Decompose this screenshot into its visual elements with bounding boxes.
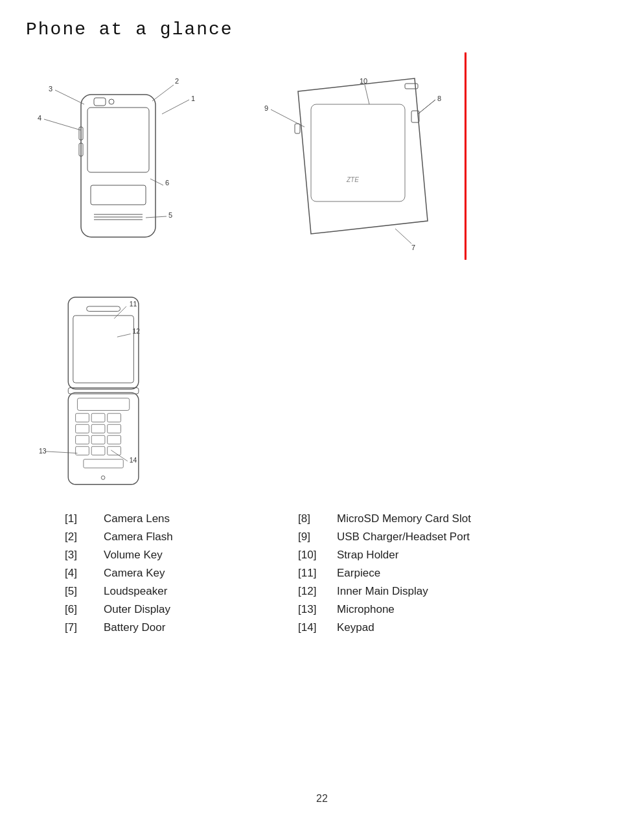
part-number: [13]: [298, 603, 337, 616]
part-number: [9]: [298, 531, 337, 544]
svg-rect-13: [87, 108, 149, 172]
svg-text:5: 5: [168, 211, 172, 219]
part-number: [11]: [298, 567, 337, 580]
svg-text:13: 13: [39, 448, 47, 455]
svg-rect-58: [91, 435, 105, 444]
part-number: [8]: [298, 512, 337, 525]
svg-line-10: [150, 179, 163, 185]
svg-text:3: 3: [49, 85, 52, 93]
svg-line-42: [117, 334, 131, 337]
part-name: Loudspeaker: [104, 585, 167, 598]
svg-rect-49: [68, 393, 139, 485]
svg-text:2: 2: [175, 77, 179, 85]
list-item: [12]Inner Main Display: [298, 585, 492, 598]
svg-rect-53: [108, 413, 121, 422]
part-name: Microphone: [337, 603, 395, 616]
list-item: [13]Microphone: [298, 603, 492, 616]
svg-point-63: [101, 476, 105, 480]
svg-line-7: [152, 85, 174, 101]
svg-rect-45: [68, 297, 139, 389]
parts-right-column: [8]MicroSD Memory Card Slot[9]USB Charge…: [298, 512, 492, 634]
part-number: [14]: [298, 621, 337, 634]
list-item: [8]MicroSD Memory Card Slot: [298, 512, 492, 525]
part-name: USB Charger/Headset Port: [337, 531, 470, 544]
svg-text:8: 8: [437, 95, 441, 102]
svg-rect-51: [76, 413, 89, 422]
diagram-back-view: 9 10 8 7 ZTE: [246, 52, 466, 260]
svg-line-6: [55, 90, 84, 104]
part-number: [6]: [65, 603, 104, 616]
svg-line-35: [395, 229, 411, 244]
part-name: Battery Door: [104, 621, 165, 634]
svg-text:1: 1: [191, 95, 195, 102]
svg-rect-12: [81, 95, 155, 237]
list-item: [11]Earpiece: [298, 567, 492, 580]
list-item: [10]Strap Holder: [298, 549, 492, 562]
svg-rect-60: [76, 446, 89, 455]
svg-text:7: 7: [411, 244, 415, 251]
part-name: Camera Lens: [104, 512, 170, 525]
svg-rect-61: [91, 446, 105, 455]
list-item: [9]USB Charger/Headset Port: [298, 531, 492, 544]
svg-line-43: [45, 452, 77, 453]
part-number: [7]: [65, 621, 104, 634]
svg-rect-50: [77, 398, 129, 411]
svg-rect-62: [108, 446, 121, 455]
list-item: [1]Camera Lens: [65, 512, 259, 525]
svg-rect-54: [76, 424, 89, 433]
svg-text:9: 9: [264, 104, 268, 112]
svg-rect-46: [87, 306, 121, 312]
part-number: [5]: [65, 585, 104, 598]
part-name: MicroSD Memory Card Slot: [337, 512, 471, 525]
list-item: [6]Outer Display: [65, 603, 259, 616]
part-name: Keypad: [337, 621, 374, 634]
list-item: [5]Loudspeaker: [65, 585, 259, 598]
part-number: [1]: [65, 512, 104, 525]
red-border-line: [465, 52, 466, 260]
list-item: [7]Battery Door: [65, 621, 259, 634]
page-container: Phone at a glance 3 2 1 4 6 5: [0, 0, 644, 824]
svg-rect-47: [73, 315, 133, 383]
list-item: [14]Keypad: [298, 621, 492, 634]
svg-line-27: [365, 85, 369, 104]
diagram-front-view: 3 2 1 4 6 5: [26, 52, 227, 260]
list-item: [2]Camera Flash: [65, 531, 259, 544]
svg-line-11: [146, 216, 167, 218]
svg-rect-55: [91, 424, 105, 433]
svg-point-19: [109, 99, 114, 104]
part-name: Outer Display: [104, 603, 170, 616]
page-title: Phone at a glance: [26, 19, 618, 40]
part-number: [4]: [65, 567, 104, 580]
part-number: [2]: [65, 531, 104, 544]
svg-line-33: [418, 100, 435, 114]
svg-rect-32: [295, 124, 300, 133]
part-number: [12]: [298, 585, 337, 598]
page-number: 22: [316, 793, 328, 805]
svg-rect-64: [84, 459, 123, 468]
part-name: Earpiece: [337, 567, 380, 580]
part-number: [10]: [298, 549, 337, 562]
svg-rect-59: [108, 435, 121, 444]
svg-rect-15: [91, 185, 146, 205]
svg-text:11: 11: [130, 301, 137, 308]
part-name: Camera Flash: [104, 531, 173, 544]
part-name: Inner Main Display: [337, 585, 428, 598]
list-item: [4]Camera Key: [65, 567, 259, 580]
svg-text:14: 14: [130, 457, 137, 464]
svg-text:6: 6: [165, 179, 169, 187]
part-number: [3]: [65, 549, 104, 562]
part-name: Volume Key: [104, 549, 163, 562]
list-item: [3]Volume Key: [65, 549, 259, 562]
part-name: Strap Holder: [337, 549, 398, 562]
diagrams-top-row: 3 2 1 4 6 5: [26, 52, 618, 260]
diagrams-bottom-row: 11 12 13 14: [26, 273, 618, 493]
svg-line-9: [44, 119, 81, 130]
svg-line-8: [162, 100, 189, 114]
parts-left-column: [1]Camera Lens[2]Camera Flash[3]Volume K…: [65, 512, 259, 634]
svg-text:4: 4: [38, 114, 41, 122]
svg-text:ZTE: ZTE: [346, 176, 359, 183]
part-name: Camera Key: [104, 567, 165, 580]
svg-rect-14: [94, 98, 106, 106]
svg-rect-29: [311, 104, 405, 201]
parts-list-container: [1]Camera Lens[2]Camera Flash[3]Volume K…: [26, 512, 618, 634]
